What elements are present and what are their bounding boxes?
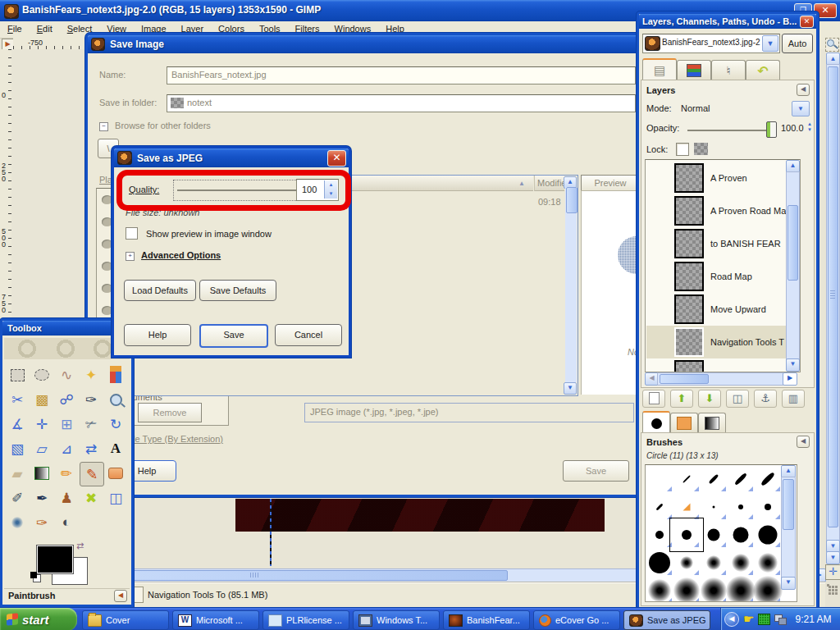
main-v-scrollbar[interactable] [826,64,840,541]
brush-cell[interactable] [646,493,673,521]
tool-shear[interactable]: ▱ [30,437,53,460]
duplicate-layer-button[interactable]: ◫ [726,390,749,408]
resize-grip[interactable] [827,584,829,587]
tool-gradient[interactable] [30,462,53,485]
brush-cell[interactable] [646,521,673,549]
brush-cell[interactable] [700,493,728,521]
brush-cell[interactable] [673,521,701,549]
brush-cell[interactable] [700,577,728,602]
sort-ascending-icon[interactable]: ▲ [518,180,525,187]
tool-fuzzy-select[interactable]: ✦ [80,363,103,386]
tray-collapse-icon[interactable]: ◀ [724,612,739,627]
folder-input[interactable]: notext [167,94,636,112]
tool-perspective[interactable]: ⊿ [55,437,78,460]
tool-foreground-select[interactable]: ▩ [30,388,53,411]
layer-name[interactable]: A Proven Road Ma [710,206,786,216]
tab-layers[interactable]: ▤ [642,58,677,81]
tool-paintbrush[interactable]: ✎ [80,462,104,486]
tool-color-picker[interactable]: ✑ [80,388,103,411]
image-selector-combo[interactable]: BanishFears_notext3.jpg-2 ▼ [642,34,780,53]
modified-column-header[interactable]: Modified [534,176,564,191]
advanced-options-expander[interactable]: + Advanced Options [126,250,221,261]
tray-screen-icon[interactable] [758,614,770,625]
taskbar-task-word[interactable]: WMicrosoft ... [172,610,259,630]
layer-row[interactable] [646,358,786,372]
mode-value[interactable]: Normal [681,103,710,113]
tool-paths[interactable]: ☍ [55,388,78,411]
tool-flip[interactable]: ⇄ [80,437,103,460]
filelist-v-scrollbar[interactable] [565,187,577,382]
mode-chevron-icon[interactable]: ▼ [792,101,810,116]
brushes-panel-menu-icon[interactable]: ◀ [797,436,810,448]
layer-row[interactable]: to BANISH FEAR [646,227,786,260]
tool-ellipse-select[interactable] [30,363,53,386]
layerlist-scroll-down[interactable]: ▼ [786,358,800,372]
brush-cell[interactable] [754,577,782,602]
layer-name[interactable]: Road Map [710,272,752,281]
layer-thumbnail[interactable] [674,360,704,372]
tool-zoom[interactable] [104,388,127,411]
layer-row[interactable]: A Proven Road Ma [646,194,786,227]
tool-bucket-fill[interactable]: ▰ [6,462,29,485]
brush-cell[interactable] [673,577,701,602]
layer-thumbnail[interactable] [674,163,704,193]
tool-align[interactable]: ⊞ [55,413,78,436]
tab-paths[interactable]: ♮ [711,60,746,80]
layers-title-bar[interactable]: Layers, Channels, Paths, Undo - B... ✕ [639,14,816,29]
filetype-expander[interactable]: File Type (By Extension) [126,434,223,444]
layer-row[interactable]: A Proven [646,162,786,194]
swap-colors-icon[interactable]: ⇄ [76,541,84,551]
show-preview-checkbox[interactable] [126,227,138,240]
brush-cell[interactable] [673,493,701,521]
brush-cell[interactable] [727,493,755,521]
browse-expander[interactable]: − Browse for other folders [99,121,211,131]
tab-patterns[interactable] [670,413,698,433]
tool-airbrush[interactable]: ✐ [6,486,29,509]
layerlist-scroll-right[interactable]: ▶ [783,372,797,386]
taskbar-task-computer[interactable]: Windows T... [353,610,440,630]
zoom-fit-toggle[interactable] [825,38,839,52]
layer-row[interactable]: Navigation Tools T [646,326,786,358]
brushgrid-scroll-thumb[interactable] [783,479,794,530]
start-button[interactable]: start [0,608,77,630]
foreground-color-swatch[interactable] [37,546,73,573]
guide-line[interactable] [270,499,272,566]
canvas-image-strip[interactable] [235,499,605,532]
opacity-spinner[interactable]: ▲▼ [807,121,812,133]
v-scroll-down-arrow-2[interactable]: ▼ [826,551,840,564]
quality-spinner-arrows[interactable]: ▲▼ [324,180,337,199]
image-selector-chevron-icon[interactable]: ▼ [762,35,778,52]
layer-row[interactable]: Road Map [646,260,786,293]
layer-thumbnail[interactable] [674,294,704,324]
brush-cell[interactable] [646,549,673,577]
brush-cell[interactable] [673,465,701,493]
save-image-save-button[interactable]: Save [563,460,629,482]
lower-layer-button[interactable]: ⬇ [698,390,721,408]
taskbar-task-doc[interactable]: PLRlicense ... [262,610,349,630]
menu-file[interactable]: File [0,21,30,35]
panel-collapse-arrow-icon[interactable]: ◀ [114,590,127,602]
show-preview-row[interactable]: Show preview in image window [126,227,272,240]
layerlist-h-thumb[interactable] [660,374,709,384]
tab-brushes[interactable] [642,411,670,434]
tray-network-icon[interactable] [774,614,787,625]
navigation-button[interactable]: ✛ [825,564,840,580]
layers-close-icon[interactable]: ✕ [800,16,814,28]
anchor-layer-button[interactable]: ⚓ [754,390,777,408]
tool-heal[interactable]: ✖ [80,486,103,509]
brush-cell[interactable] [727,549,755,577]
brush-cell[interactable] [700,549,728,577]
opacity-slider-track[interactable] [687,130,774,131]
tab-channels[interactable] [677,60,711,80]
menu-edit[interactable]: Edit [30,21,60,35]
taskbar-task-gimp[interactable]: Save as JPEG [623,610,710,630]
taskbar-task-firefox[interactable]: eCover Go ... [533,610,620,630]
tool-pencil[interactable]: ✏ [55,462,78,485]
brush-cell[interactable] [673,549,701,577]
tool-scissors-select[interactable]: ✂ [6,388,29,411]
status-cancel-box[interactable] [134,587,144,603]
delete-layer-button[interactable]: ▥ [782,390,805,408]
auto-button[interactable]: Auto [782,34,813,53]
layer-thumbnail[interactable] [674,262,704,291]
filelist-scroll-down[interactable]: ▼ [564,382,577,395]
